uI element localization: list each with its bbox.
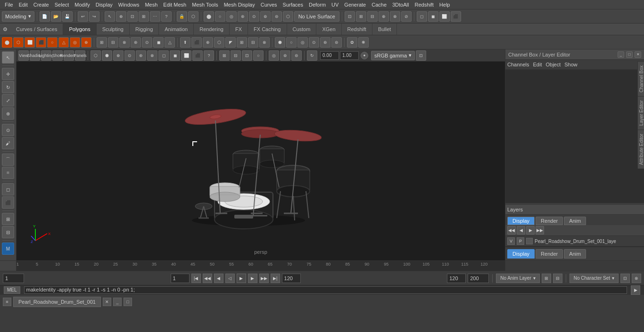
new-file-btn[interactable]: 📄 xyxy=(40,11,50,22)
timeline-ruler[interactable]: 1510152025303540455055606570758085909510… xyxy=(17,261,505,271)
bevel-btn[interactable]: ⬢ xyxy=(275,37,285,48)
poly-cone-btn[interactable]: △ xyxy=(58,37,69,48)
vp-icon3[interactable]: ⊕ xyxy=(113,50,124,61)
translate-x-field[interactable]: 0.00 xyxy=(320,51,339,60)
menu-display[interactable]: Display xyxy=(93,1,116,8)
anim-tab[interactable]: Anim xyxy=(564,249,586,259)
layer-add-btn[interactable]: ◀◀ xyxy=(507,226,516,235)
menu-edit[interactable]: Edit xyxy=(16,1,31,8)
vp-icon10[interactable]: ⬛ xyxy=(192,50,203,61)
layer-visibility-btn[interactable]: V xyxy=(507,237,515,245)
vp-icon14[interactable]: ⊡ xyxy=(242,50,252,61)
vp-icon16[interactable]: ◎ xyxy=(269,50,279,61)
bookmark-btn[interactable]: ⊟ xyxy=(2,226,14,238)
menu-deform[interactable]: Deform xyxy=(306,1,329,8)
tab-curves-surfaces[interactable]: Curves / Surfaces xyxy=(10,24,63,35)
panel-max-btn[interactable]: □ xyxy=(626,51,633,58)
vp-lighting-btn[interactable]: Lighting xyxy=(41,50,51,61)
tab-xgen[interactable]: XGen xyxy=(316,24,341,35)
step-back-btn[interactable]: ◀◀ xyxy=(203,274,212,283)
redo-btn[interactable]: ↪ xyxy=(89,11,99,22)
go-to-end-btn[interactable]: ▶| xyxy=(271,274,280,283)
poly-smooth-btn[interactable]: ⊛ xyxy=(131,37,141,48)
window-menu-btn[interactable]: ≡ xyxy=(3,298,11,306)
poly-mirror-btn[interactable]: ⊙ xyxy=(142,37,152,48)
icon-btn17[interactable]: ◼ xyxy=(428,11,438,22)
viewport[interactable]: View Shading Lighting Show Renderer Pane… xyxy=(17,49,505,260)
vp-icon15[interactable]: ○ xyxy=(253,50,264,61)
char-set-icon1[interactable]: ⊡ xyxy=(620,274,630,283)
vp-icon1[interactable]: ⬡ xyxy=(91,50,101,61)
snap-btn4[interactable]: ⋯ xyxy=(150,11,160,22)
char-set-icon2[interactable]: ⊗ xyxy=(632,274,641,283)
vp-icon6[interactable]: ⊗ xyxy=(147,50,157,61)
menu-edit-mesh[interactable]: Edit Mesh xyxy=(160,1,189,8)
move-tool-btn[interactable]: ✛ xyxy=(2,68,14,80)
range-end-field[interactable]: 120 xyxy=(282,274,301,283)
append-btn[interactable]: ⊕ xyxy=(203,37,213,48)
layer-tab-display[interactable]: Display xyxy=(507,217,535,225)
quick-layout-btn[interactable]: ⬛ xyxy=(2,196,14,209)
no-char-set-btn[interactable]: No Character Set ▾ xyxy=(570,274,619,283)
maya-icon-btn[interactable]: M xyxy=(2,243,14,255)
render-btn8[interactable]: ⬡ xyxy=(283,11,293,22)
wedge-btn[interactable]: ◤ xyxy=(225,37,236,48)
menu-curves[interactable]: Curves xyxy=(258,1,280,8)
no-anim-layer-btn[interactable]: No Anim Layer ▾ xyxy=(496,274,540,283)
poly-subdiv-btn[interactable]: ◼ xyxy=(153,37,164,48)
footer-window-min-btn[interactable]: _ xyxy=(113,298,122,306)
menu-redshift[interactable]: Redshift xyxy=(412,1,436,8)
menu-surfaces[interactable]: Surfaces xyxy=(280,1,306,8)
extract-btn[interactable]: ⊟ xyxy=(248,37,258,48)
scale-x-field[interactable]: 1.00 xyxy=(340,51,359,60)
poly-combine-btn[interactable]: ⊞ xyxy=(97,37,107,48)
snap-btn2[interactable]: ⊡ xyxy=(127,11,138,22)
anim-layer-icon2[interactable]: ⊟ xyxy=(553,274,562,283)
history-btn[interactable]: ⊞ xyxy=(2,213,14,225)
edge-loop-btn[interactable]: ○ xyxy=(286,37,297,48)
footer-window-close-btn[interactable]: ✕ xyxy=(103,298,111,306)
footer-window-tab[interactable]: Pearl_Roadshow_Drum_Set_001 xyxy=(13,297,101,307)
icon-btn10[interactable]: ⊡ xyxy=(345,11,355,22)
layer-remove-btn[interactable]: ◀ xyxy=(517,226,525,235)
render-btn4[interactable]: ⊛ xyxy=(238,11,248,22)
object-menu[interactable]: Object xyxy=(545,62,561,67)
bridge-btn[interactable]: ⬛ xyxy=(191,37,202,48)
menu-cache[interactable]: Cache xyxy=(369,1,389,8)
gear-icon[interactable]: ⚙ xyxy=(0,24,10,35)
vp-icon2[interactable]: ⬢ xyxy=(102,50,112,61)
play-fwd-btn[interactable]: ▶ xyxy=(237,274,246,283)
select-tool-btn[interactable]: ↖ xyxy=(2,51,14,64)
vp-icon8[interactable]: ◼ xyxy=(170,50,180,61)
prev-frame-btn[interactable]: ◀ xyxy=(214,274,223,283)
total-end-field[interactable]: 200 xyxy=(468,274,489,283)
end-frame-field[interactable]: 120 xyxy=(447,274,466,283)
tab-sculpting[interactable]: Sculpting xyxy=(97,24,130,35)
vp-icon5[interactable]: ⊛ xyxy=(136,50,146,61)
sculpt-btn1[interactable]: ✿ xyxy=(347,37,357,48)
current-frame-field[interactable]: 1 xyxy=(3,274,24,283)
vp-icon19[interactable]: ↻ xyxy=(307,50,317,61)
menu-windows[interactable]: Windows xyxy=(116,1,142,8)
vp-icon4[interactable]: ⊙ xyxy=(124,50,135,61)
attribute-editor-vtab[interactable]: Attribute Editor xyxy=(638,130,644,169)
vp-panels-btn[interactable]: Panels xyxy=(75,50,85,61)
edge-ring-btn[interactable]: ◎ xyxy=(297,37,308,48)
extrude-btn[interactable]: ⬆ xyxy=(180,37,190,48)
poly-sep-btn[interactable]: ⊟ xyxy=(108,37,118,48)
universal-manip-btn[interactable]: ⊕ xyxy=(2,107,14,120)
channel-box-vtab[interactable]: Channel Box xyxy=(638,61,644,96)
icon-btn16[interactable]: ◻ xyxy=(417,11,427,22)
layer-move-down-btn[interactable]: ▶▶ xyxy=(536,226,544,235)
vp-icon13[interactable]: ⊟ xyxy=(231,50,241,61)
snap-btn5[interactable]: ? xyxy=(161,11,172,22)
go-to-start-btn[interactable]: |◀ xyxy=(191,274,201,283)
layer-tab-render[interactable]: Render xyxy=(536,217,563,225)
menu-uv[interactable]: UV xyxy=(329,1,341,8)
vp-icon7[interactable]: ◻ xyxy=(158,50,169,61)
poly-plane-btn[interactable]: ⬛ xyxy=(36,37,46,48)
poly-sphere-btn[interactable]: ⬤ xyxy=(2,37,12,48)
menu-help[interactable]: Help xyxy=(437,1,453,8)
undo-btn[interactable]: ↩ xyxy=(78,11,88,22)
cv-curve-btn[interactable]: ⌒ xyxy=(2,154,14,166)
